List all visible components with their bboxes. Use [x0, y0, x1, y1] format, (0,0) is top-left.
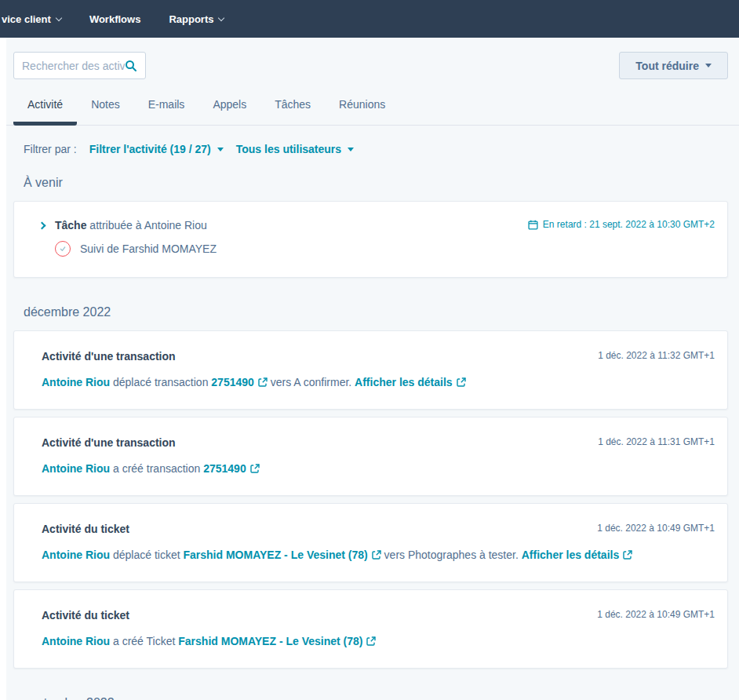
search-input[interactable] — [22, 60, 125, 72]
task-card: Tâche attribuée à Antoine Riou En retard… — [13, 201, 728, 278]
nav-item-rapports-label: Rapports — [169, 13, 213, 25]
external-link-icon[interactable] — [372, 550, 381, 560]
search-icon[interactable] — [125, 60, 137, 72]
tab-appels[interactable]: Appels — [198, 92, 260, 126]
caret-down-icon — [705, 64, 712, 67]
activity-feed-panel: Tout réduire Activité Notes E-mails Appe… — [6, 38, 739, 700]
action-text: a créé Ticket — [110, 635, 178, 647]
chevron-down-icon — [56, 14, 62, 20]
external-link-icon[interactable] — [366, 636, 376, 646]
action-suffix-text: vers Photographes à tester. — [381, 549, 522, 561]
activity-timestamp: 1 déc. 2022 à 10:49 GMT+1 — [597, 523, 715, 534]
external-link-icon[interactable] — [258, 377, 268, 387]
external-link-icon[interactable] — [250, 464, 260, 473]
activity-card-title: Activité du ticket — [42, 609, 129, 622]
action-suffix-text: vers A confirmer. — [268, 376, 355, 388]
action-text: a créé transaction — [110, 462, 203, 475]
activity-description: Antoine Riou déplacé transaction 2751490… — [42, 376, 715, 388]
collapse-all-button[interactable]: Tout réduire — [619, 52, 728, 79]
activity-card: Activité d'une transaction 1 déc. 2022 à… — [13, 330, 728, 410]
action-text: déplacé transaction — [110, 376, 211, 388]
top-navigation: vice client Workflows Rapports — [0, 0, 739, 38]
search-box[interactable] — [13, 52, 146, 79]
nav-item-service-client-label: vice client — [2, 13, 51, 25]
activity-description: Antoine Riou déplacé ticket Farshid MOMA… — [42, 549, 715, 561]
task-name-link[interactable]: Suivi de Farshid MOMAYEZ — [80, 242, 217, 255]
activity-card-title: Activité du ticket — [42, 523, 129, 535]
task-type-label: Tâche — [55, 219, 86, 232]
record-link[interactable]: Farshid MOMAYEZ - Le Vesinet (78) — [184, 549, 368, 561]
caret-down-icon — [217, 148, 224, 151]
actor-link[interactable]: Antoine Riou — [42, 376, 110, 388]
tab-activite[interactable]: Activité — [13, 92, 77, 126]
chevron-down-icon — [218, 14, 224, 20]
toolbar: Tout réduire — [6, 38, 739, 90]
section-title-september: septembre 2022 — [6, 676, 739, 700]
nav-item-service-client[interactable]: vice client — [2, 13, 61, 25]
filter-row: Filtrer par : Filtrer l'activité (19 / 2… — [6, 126, 739, 155]
activity-card: Activité d'une transaction 1 déc. 2022 à… — [13, 417, 728, 496]
external-link-icon[interactable] — [457, 377, 466, 387]
collapse-all-label: Tout réduire — [635, 60, 699, 72]
user-filter-label: Tous les utilisateurs — [236, 143, 341, 155]
check-icon — [58, 244, 67, 253]
task-assignment-text: attribuée à Antoine Riou — [86, 219, 206, 232]
activity-description: Antoine Riou a créé transaction 2751490 — [42, 462, 715, 475]
filter-label: Filtrer par : — [24, 143, 77, 155]
nav-item-rapports[interactable]: Rapports — [169, 13, 224, 25]
actor-link[interactable]: Antoine Riou — [42, 462, 110, 475]
tab-taches[interactable]: Tâches — [260, 92, 325, 126]
calendar-icon — [528, 220, 538, 230]
tab-notes[interactable]: Notes — [77, 92, 134, 126]
activity-timestamp: 1 déc. 2022 à 10:49 GMT+1 — [597, 609, 715, 620]
activity-card-title: Activité d'une transaction — [42, 436, 176, 449]
tab-reunions[interactable]: Réunions — [325, 92, 399, 126]
activity-card-title: Activité d'une transaction — [42, 350, 176, 363]
expand-chevron-icon[interactable] — [38, 221, 46, 229]
section-title-december: décembre 2022 — [6, 285, 739, 330]
actor-link[interactable]: Antoine Riou — [42, 549, 110, 561]
details-link[interactable]: Afficher les détails — [355, 376, 453, 388]
activity-timestamp: 1 déc. 2022 à 11:31 GMT+1 — [598, 436, 715, 447]
section-title-upcoming: À venir — [6, 155, 739, 201]
activity-timestamp: 1 déc. 2022 à 11:32 GMT+1 — [598, 350, 715, 361]
activity-card: Activité du ticket 1 déc. 2022 à 10:49 G… — [13, 503, 728, 582]
record-link[interactable]: Farshid MOMAYEZ - Le Vesinet (78) — [178, 635, 362, 647]
task-complete-checkbox[interactable] — [55, 241, 71, 257]
record-link[interactable]: 2751490 — [203, 462, 246, 475]
activity-card: Activité du ticket 1 déc. 2022 à 10:49 G… — [13, 589, 728, 669]
activity-filter-label: Filtrer l'activité (19 / 27) — [89, 143, 211, 155]
user-filter-dropdown[interactable]: Tous les utilisateurs — [236, 143, 354, 155]
nav-item-workflows[interactable]: Workflows — [89, 13, 141, 25]
external-link-icon[interactable] — [623, 550, 632, 560]
details-link[interactable]: Afficher les détails — [522, 549, 620, 561]
actor-link[interactable]: Antoine Riou — [42, 635, 110, 647]
record-link[interactable]: 2751490 — [211, 376, 254, 388]
action-text: déplacé ticket — [110, 549, 183, 561]
nav-item-workflows-label: Workflows — [89, 13, 141, 25]
activity-filter-dropdown[interactable]: Filtrer l'activité (19 / 27) — [89, 143, 224, 155]
tab-emails[interactable]: E-mails — [134, 92, 199, 126]
task-due-date: En retard : 21 sept. 2022 à 10:30 GMT+2 — [528, 219, 715, 230]
tab-bar: Activité Notes E-mails Appels Tâches Réu… — [6, 92, 739, 126]
activity-description: Antoine Riou a créé Ticket Farshid MOMAY… — [42, 635, 715, 647]
caret-down-icon — [348, 148, 354, 151]
task-overdue-label: En retard : 21 sept. 2022 à 10:30 GMT+2 — [543, 219, 715, 230]
